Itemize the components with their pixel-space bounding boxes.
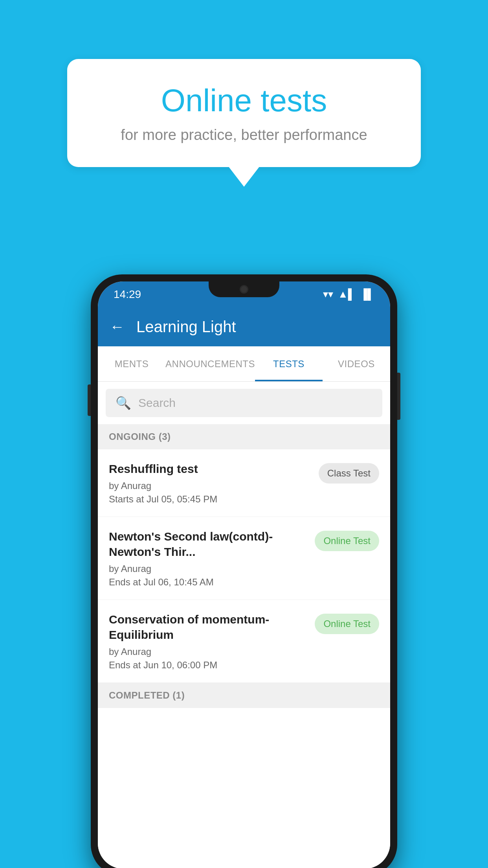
test-author-3: by Anurag	[109, 646, 307, 657]
app-header: ← Learning Light	[98, 307, 390, 346]
test-info-1: Reshuffling test by Anurag Starts at Jul…	[109, 461, 311, 505]
camera	[240, 285, 248, 294]
speech-bubble-container: Online tests for more practice, better p…	[67, 59, 421, 167]
phone-container: 14:29 ▾▾ ▲▌ ▐▌ ← Learning Light MENTS AN…	[91, 274, 397, 868]
phone-frame: 14:29 ▾▾ ▲▌ ▐▌ ← Learning Light MENTS AN…	[91, 274, 397, 868]
search-bar[interactable]: 🔍 Search	[106, 389, 382, 417]
test-name-3: Conservation of momentum-Equilibrium	[109, 612, 307, 642]
test-badge-3: Online Test	[315, 614, 379, 634]
signal-icon: ▲▌	[338, 288, 355, 300]
status-time: 14:29	[114, 288, 141, 301]
phone-notch	[209, 281, 279, 297]
test-date-1: Starts at Jul 05, 05:45 PM	[109, 494, 311, 505]
test-author-2: by Anurag	[109, 563, 307, 574]
tests-list: Reshuffling test by Anurag Starts at Jul…	[98, 449, 390, 868]
test-name-1: Reshuffling test	[109, 461, 311, 476]
bubble-title: Online tests	[95, 83, 393, 119]
bubble-subtitle: for more practice, better performance	[95, 127, 393, 143]
test-info-3: Conservation of momentum-Equilibrium by …	[109, 612, 307, 671]
test-item-1[interactable]: Reshuffling test by Anurag Starts at Jul…	[98, 449, 390, 517]
search-placeholder: Search	[138, 396, 176, 410]
tabs-bar: MENTS ANNOUNCEMENTS TESTS VIDEOS	[98, 346, 390, 382]
test-item-3[interactable]: Conservation of momentum-Equilibrium by …	[98, 600, 390, 683]
back-button[interactable]: ←	[110, 318, 125, 335]
status-icons: ▾▾ ▲▌ ▐▌	[323, 288, 374, 300]
speech-bubble: Online tests for more practice, better p…	[67, 59, 421, 167]
tab-ments[interactable]: MENTS	[98, 346, 165, 381]
ongoing-section-header: ONGOING (3)	[98, 424, 390, 449]
test-date-3: Ends at Jun 10, 06:00 PM	[109, 660, 307, 671]
test-date-2: Ends at Jul 06, 10:45 AM	[109, 577, 307, 588]
tab-tests[interactable]: TESTS	[255, 346, 323, 381]
test-info-2: Newton's Second law(contd)-Newton's Thir…	[109, 529, 307, 588]
battery-icon: ▐▌	[360, 288, 374, 300]
phone-screen: 14:29 ▾▾ ▲▌ ▐▌ ← Learning Light MENTS AN…	[98, 281, 390, 868]
search-icon: 🔍	[116, 395, 131, 410]
volume-button	[88, 384, 91, 416]
completed-section-header: COMPLETED (1)	[98, 683, 390, 708]
app-title: Learning Light	[136, 318, 236, 336]
wifi-icon: ▾▾	[323, 288, 333, 300]
test-badge-2: Online Test	[315, 531, 379, 551]
test-badge-1: Class Test	[319, 463, 379, 484]
tab-announcements[interactable]: ANNOUNCEMENTS	[165, 346, 255, 381]
power-button	[397, 373, 400, 420]
tab-videos[interactable]: VIDEOS	[323, 346, 390, 381]
search-container: 🔍 Search	[98, 382, 390, 424]
test-author-1: by Anurag	[109, 480, 311, 491]
test-name-2: Newton's Second law(contd)-Newton's Thir…	[109, 529, 307, 559]
test-item-2[interactable]: Newton's Second law(contd)-Newton's Thir…	[98, 517, 390, 600]
